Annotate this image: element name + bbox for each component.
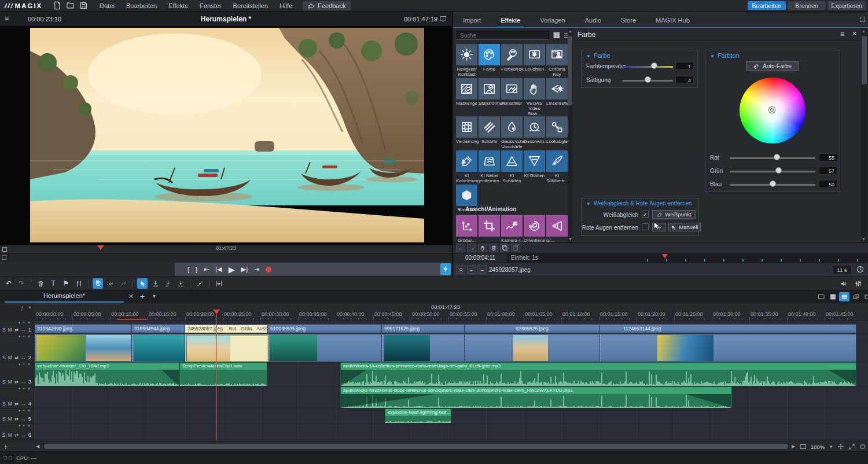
scroll-down-icon[interactable]: ▼ xyxy=(861,237,866,241)
effect-tile-chroma[interactable]: Chroma Key xyxy=(546,44,568,78)
effect-editor-close-icon[interactable]: ✕ xyxy=(852,30,857,38)
keyframe-playhead[interactable] xyxy=(662,254,668,259)
view-multicam-button[interactable] xyxy=(851,292,861,301)
clip-title-bar[interactable]: 510035935.jpeg xyxy=(268,325,382,333)
audio-clip[interactable]: very-close-thunder_GkI_184d.mp3 xyxy=(35,362,179,386)
effect-tile-tridown[interactable]: KI Glätten xyxy=(524,150,545,185)
color-wheel-picker[interactable] xyxy=(769,107,775,113)
zoom-dropdown-icon[interactable]: ▼ xyxy=(829,444,833,450)
pan-icon[interactable] xyxy=(837,443,844,450)
effect-tile-hexagon[interactable]: Standard xyxy=(456,185,477,219)
effect-tile-glow[interactable]: Leuchten xyxy=(524,44,545,78)
effect-editor-menu-icon[interactable]: ≡ xyxy=(840,30,844,38)
clip-title-bar[interactable]: 995171525.jpeg xyxy=(382,325,465,333)
mute-button[interactable]: M xyxy=(8,327,12,333)
previous-keyframe-button[interactable]: ← xyxy=(456,244,465,252)
save-project-icon[interactable] xyxy=(79,1,88,10)
title-text-button[interactable]: T xyxy=(48,278,58,289)
project-tab[interactable]: Herumspielen* xyxy=(5,292,124,299)
tab-import[interactable]: Import xyxy=(457,15,487,28)
mouse-mode-single-button[interactable] xyxy=(150,278,160,289)
resize-track-icon[interactable]: ↔ xyxy=(21,432,26,438)
menu-item[interactable]: Effekte xyxy=(168,2,188,9)
tab-magix-hub[interactable]: MAGIX Hub xyxy=(650,15,696,28)
effects-scrollbar[interactable]: ▲ ▼ xyxy=(568,28,573,242)
search-input[interactable] xyxy=(457,31,549,40)
audio-clip[interactable]: TempPreviewAudioClip1.wav xyxy=(179,362,267,386)
resize-track-icon[interactable]: ↔ xyxy=(21,355,26,360)
manuell-button[interactable]: Manuell xyxy=(668,223,701,231)
swap-track-icon[interactable]: ⇄ xyxy=(14,401,19,407)
mixer-button[interactable] xyxy=(853,278,863,289)
delete-button[interactable] xyxy=(35,278,46,289)
solo-button[interactable]: S xyxy=(2,327,6,333)
track-header-1[interactable]: ▾ + ✕SM⇄↔1 xyxy=(0,321,34,334)
tab-audio[interactable]: Audio xyxy=(579,15,607,28)
farbe-group-title[interactable]: ▼Farbe xyxy=(586,52,610,59)
effect-tile-distort[interactable]: Verzerrung xyxy=(456,116,477,150)
next-object-button[interactable]: → xyxy=(477,265,487,274)
menu-item[interactable]: Bereitstellen xyxy=(233,2,269,9)
mute-button[interactable]: M xyxy=(8,379,12,385)
collapse-object-icon[interactable] xyxy=(456,265,465,274)
previous-frame-button[interactable]: |◀ xyxy=(215,266,222,273)
wb-group-title[interactable]: ▼Weißabgleich & Rote Augen entfernen xyxy=(586,200,692,207)
paste-keyframe-button[interactable] xyxy=(511,244,520,252)
solo-button[interactable]: S xyxy=(2,379,6,385)
video-clip[interactable] xyxy=(382,334,465,362)
effect-tile-campath[interactable]: Kamera-/... xyxy=(501,215,523,242)
video-clip[interactable] xyxy=(465,334,600,362)
effect-tile-viewcone[interactable] xyxy=(546,215,568,242)
add-keyframe-button[interactable] xyxy=(478,244,487,252)
copy-keyframe-button[interactable] xyxy=(500,244,509,252)
effect-tile-hand[interactable]: VEGAS Video Stab... xyxy=(524,78,545,116)
clip-title-bar[interactable]: 82889826.jpeg xyxy=(465,325,600,333)
scroll-left-icon[interactable]: ◀ xyxy=(36,444,39,449)
undock-panel-icon[interactable] xyxy=(860,17,865,22)
jump-end-button[interactable]: ⇥ xyxy=(254,266,259,273)
mute-button[interactable]: M xyxy=(8,432,12,438)
open-project-icon[interactable] xyxy=(66,1,75,10)
video-clip[interactable] xyxy=(185,334,268,362)
scroll-up-icon[interactable]: ▲ xyxy=(568,29,573,33)
effect-tile-kicolor[interactable]: KI Kolorierung xyxy=(456,150,477,185)
effect-tile-artfilter[interactable]: Kunstfilter xyxy=(501,78,523,116)
effect-tile-kistyle[interactable]: KI Stilübertr... xyxy=(546,150,568,185)
jump-start-button[interactable]: ⇤ xyxy=(204,266,209,273)
effect-tile-flare[interactable]: Linsenrefle... xyxy=(546,78,568,116)
effect-tile-triup[interactable]: KI Schärfen xyxy=(501,150,523,185)
solo-button[interactable]: S xyxy=(2,401,6,407)
track-header-5[interactable]: ▾ + ✕SM⇄↔5 xyxy=(0,408,34,424)
track-header-4[interactable]: ▾ + ✕SM⇄↔4 xyxy=(0,386,34,408)
play-button[interactable]: ▶ xyxy=(229,265,235,274)
swap-track-icon[interactable]: ⇄ xyxy=(14,432,19,438)
effect-tile-speed[interactable]: Geschwin... xyxy=(524,116,545,150)
view-storyboard-button[interactable] xyxy=(827,292,838,301)
clip-title-bar[interactable]: 313342890.jpeg xyxy=(35,325,132,333)
substrip-handle-icon[interactable] xyxy=(2,255,6,260)
rot-slider-thumb[interactable] xyxy=(774,154,780,160)
track-options-icon[interactable]: ƒ xyxy=(21,305,24,311)
swap-track-icon[interactable]: ⇄ xyxy=(14,355,19,360)
effect-tile-mask[interactable]: Maskenge... xyxy=(456,78,477,116)
effect-tile-drop[interactable]: Gauss'sche Unschärfe xyxy=(501,116,523,150)
keyframe-ruler[interactable]: 00:00:04:11 Einheit: 1s xyxy=(453,253,868,263)
redo-button[interactable]: ↷ xyxy=(16,278,27,289)
grün-value[interactable]: 57 xyxy=(819,167,837,175)
effect-tile-rotate[interactable]: Orientierung/... xyxy=(524,215,545,242)
curve-mode-button[interactable] xyxy=(194,278,205,289)
track-header-6[interactable]: ▾ + ✕SM⇄↔6 xyxy=(0,424,34,440)
track-mini-buttons[interactable]: ▾ + ✕ xyxy=(19,321,31,325)
resize-track-icon[interactable]: ↔ xyxy=(21,379,26,385)
effect-tile-crop[interactable] xyxy=(479,215,500,242)
scroll-down-icon[interactable]: ▼ xyxy=(568,237,573,241)
menu-item[interactable]: Fenster xyxy=(200,2,221,9)
add-track-button[interactable]: + xyxy=(3,443,8,451)
farbtemperatur-value[interactable]: 1 xyxy=(675,62,694,70)
video-clip[interactable] xyxy=(600,334,856,362)
mode-button-brennen[interactable]: Brennen xyxy=(788,1,826,10)
track-header-2[interactable]: ▾ + ✕SM⇄↔2 xyxy=(0,334,34,362)
mute-button[interactable]: M xyxy=(8,355,12,360)
tab-store[interactable]: Store xyxy=(615,15,642,28)
weissabgleich-checkbox[interactable]: ✓ xyxy=(642,211,649,218)
